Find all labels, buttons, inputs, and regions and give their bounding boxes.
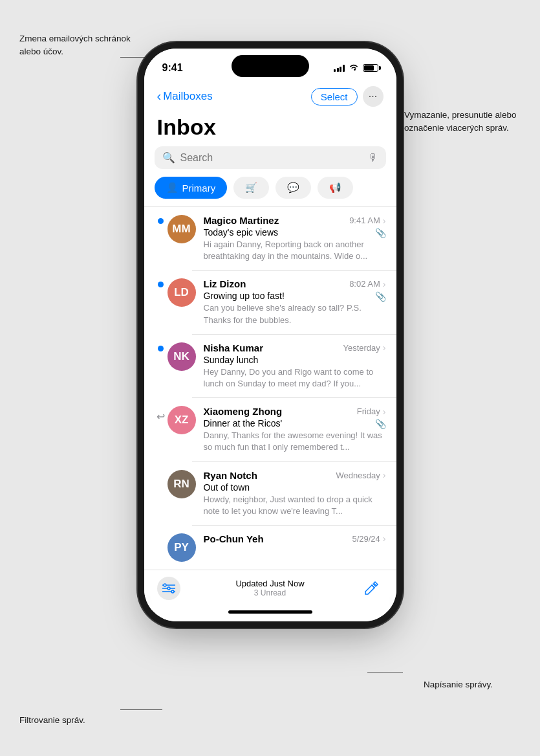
email-chevron-icon: ›: [383, 533, 386, 544]
svg-point-0: [164, 584, 166, 586]
nav-actions: Select ···: [311, 86, 383, 107]
shopping-cart-icon: 🛒: [245, 182, 257, 194]
svg-point-1: [167, 587, 170, 590]
avatar: XZ: [167, 406, 196, 434]
home-indicator: [144, 605, 396, 621]
promo-filter-tab[interactable]: 📢: [318, 177, 353, 199]
email-time: Wednesday: [336, 471, 380, 480]
email-content: Liz Dizon8:02 AM›Growing up too fast!📎Ca…: [204, 278, 386, 326]
unread-dot-col: [155, 470, 167, 473]
search-bar[interactable]: 🔍 🎙: [155, 146, 386, 169]
status-bar: 9:41: [144, 49, 396, 82]
annotation-bottom-left: Filtrovanie správ.: [19, 714, 123, 727]
microphone-icon[interactable]: 🎙: [368, 152, 378, 164]
unread-dot: [158, 218, 164, 224]
search-input[interactable]: [180, 152, 363, 164]
email-sender: Ryan Notch: [204, 470, 257, 481]
attachment-icon: 📎: [375, 291, 386, 302]
email-sender: Liz Dizon: [204, 278, 246, 289]
unread-dot: [158, 282, 164, 287]
dynamic-island: [232, 55, 309, 77]
email-chevron-icon: ›: [383, 342, 386, 353]
mailboxes-label: Mailboxes: [163, 90, 213, 103]
bottom-bar: Updated Just Now 3 Unread: [144, 570, 396, 605]
email-subject: Today's epic views: [204, 227, 373, 238]
unread-dot-col: [155, 533, 167, 537]
email-content: Magico Martinez9:41 AM›Today's epic view…: [204, 215, 386, 262]
search-icon: 🔍: [162, 151, 175, 164]
filter-tabs: 👤 Primary 🛒 💬 📢: [144, 177, 396, 206]
replied-arrow-icon: ↩: [157, 410, 165, 423]
email-time: Friday: [357, 406, 380, 416]
email-chevron-icon: ›: [383, 406, 386, 417]
email-time: 8:02 AM: [349, 279, 380, 289]
back-chevron-icon: ‹: [157, 89, 162, 104]
annotation-top-left: Zmena emailových schránok alebo účov.: [19, 32, 149, 58]
email-content: Ryan NotchWednesday›Out of townHowdy, ne…: [204, 470, 386, 517]
unread-dot-col: ↩: [155, 406, 167, 423]
email-time: 5/29/24: [352, 534, 380, 544]
email-sender: Magico Martinez: [204, 215, 279, 226]
unread-dot-col: [155, 278, 167, 287]
email-preview: Hey Danny, Do you and Rigo want to come …: [204, 366, 386, 390]
select-button[interactable]: Select: [311, 88, 358, 106]
email-time: Yesterday: [343, 343, 380, 353]
email-content: Po-Chun Yeh5/29/24›: [204, 533, 386, 547]
compose-button[interactable]: [360, 577, 383, 600]
unread-dot: [158, 346, 164, 351]
updated-label: Updated Just Now: [235, 579, 304, 588]
email-preview: Danny, Thanks for the awesome evening! I…: [204, 430, 386, 453]
filter-button[interactable]: [157, 577, 180, 600]
attachment-icon: 📎: [375, 419, 386, 429]
mailboxes-back-button[interactable]: ‹ Mailboxes: [157, 89, 213, 104]
status-time: 9:41: [162, 62, 183, 74]
email-time: 9:41 AM: [349, 216, 380, 225]
email-preview: Hi again Danny, Reporting back on anothe…: [204, 239, 386, 262]
phone-frame: 9:41: [144, 49, 396, 621]
email-item[interactable]: MMMagico Martinez9:41 AM›Today's epic vi…: [144, 207, 396, 270]
email-item[interactable]: NKNisha KumarYesterday›Sunday lunchHey D…: [144, 335, 396, 397]
svg-point-2: [171, 590, 174, 593]
battery-icon: [363, 64, 378, 72]
email-item[interactable]: RNRyan NotchWednesday›Out of townHowdy, …: [144, 462, 396, 525]
email-subject: Sunday lunch: [204, 355, 386, 365]
email-subject: Growing up too fast!: [204, 291, 373, 301]
email-item[interactable]: PYPo-Chun Yeh5/29/24›: [144, 526, 396, 570]
email-subject: Out of town: [204, 482, 386, 493]
email-preview: Howdy, neighbor, Just wanted to drop a q…: [204, 494, 386, 517]
annotation-line-bottom-left: [120, 709, 162, 711]
wifi-icon: [349, 63, 359, 73]
email-preview: Can you believe she's already so tall? P…: [204, 302, 386, 326]
avatar: PY: [167, 533, 196, 562]
email-chevron-icon: ›: [383, 216, 386, 226]
email-sender: Po-Chun Yeh: [204, 533, 264, 544]
email-item[interactable]: LDLiz Dizon8:02 AM›Growing up too fast!📎…: [144, 271, 396, 333]
unread-dot-col: [155, 215, 167, 224]
status-icons: [334, 63, 378, 73]
annotation-line-bottom-right: [367, 672, 403, 673]
more-button[interactable]: ···: [363, 86, 383, 107]
chat-icon: 💬: [287, 182, 299, 194]
primary-filter-label: Primary: [182, 183, 216, 194]
email-sender: Xiaomeng Zhong: [204, 406, 283, 417]
email-content: Nisha KumarYesterday›Sunday lunchHey Dan…: [204, 342, 386, 390]
email-content: Xiaomeng ZhongFriday›Dinner at the Ricos…: [204, 406, 386, 453]
avatar: RN: [167, 470, 196, 498]
annotation-top-right: Vymazanie, presunutie alebo označenie vi…: [404, 109, 527, 134]
email-list: MMMagico Martinez9:41 AM›Today's epic vi…: [144, 207, 396, 570]
avatar: NK: [167, 342, 196, 371]
email-sender: Nisha Kumar: [204, 342, 264, 353]
megaphone-icon: 📢: [329, 182, 341, 194]
attachment-icon: 📎: [375, 228, 386, 238]
shopping-filter-tab[interactable]: 🛒: [233, 177, 269, 199]
signal-bars-icon: [334, 64, 345, 72]
unread-dot-col: [155, 342, 167, 351]
email-subject: Dinner at the Ricos': [204, 418, 373, 428]
email-item[interactable]: ↩XZXiaomeng ZhongFriday›Dinner at the Ri…: [144, 398, 396, 461]
avatar: LD: [167, 278, 196, 307]
page-wrapper: Zmena emailových schránok alebo účov. Vy…: [0, 13, 540, 756]
primary-filter-tab[interactable]: 👤 Primary: [155, 177, 228, 199]
avatar: MM: [167, 215, 196, 243]
messages-filter-tab[interactable]: 💬: [275, 177, 311, 199]
inbox-title: Inbox: [144, 112, 396, 146]
